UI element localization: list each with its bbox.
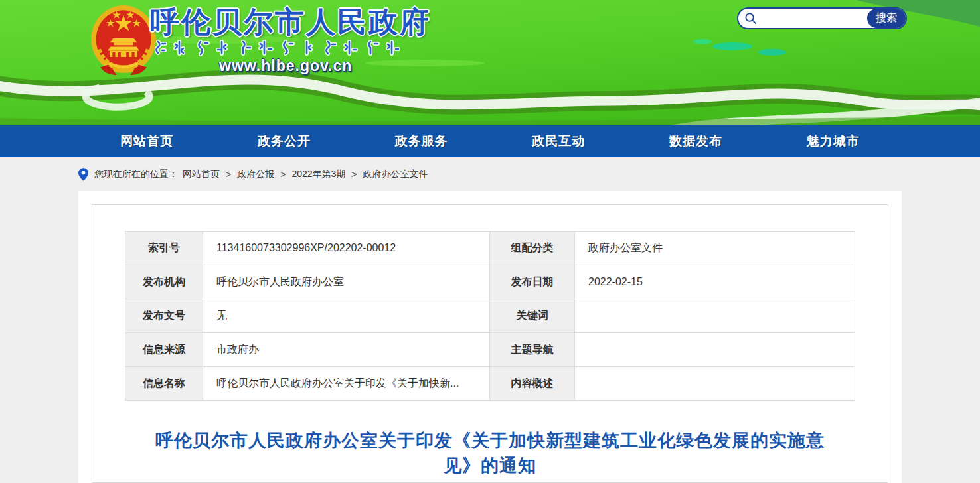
meta-label-keywords: 关键词 (490, 299, 575, 333)
meta-label-infoname: 信息名称 (125, 367, 203, 401)
location-pin-icon (78, 168, 88, 181)
site-url: www.hlbe.gov.cn (219, 57, 352, 75)
meta-value-docnumber: 无 (203, 299, 490, 333)
table-row: 信息来源 市政府办 主题导航 (125, 333, 855, 367)
breadcrumb-prefix: 您现在所在的位置： (94, 169, 178, 180)
breadcrumb-separator: > (350, 169, 358, 180)
meta-label-source: 信息来源 (125, 333, 203, 367)
content-card: 索引号 1134160073302996XP/202202-00012 组配分类… (78, 191, 902, 483)
breadcrumb-bar: 您现在所在的位置： 网站首页 > 政府公报 > 2022年第3期 > 政府办公室… (0, 157, 980, 191)
main-nav: 网站首页 政务公开 政务服务 政民互动 数据发布 魅力城市 (0, 125, 980, 157)
meta-value-pubdate: 2022-02-15 (575, 265, 855, 299)
meta-label-index: 索引号 (125, 232, 203, 265)
document-title: 呼伦贝尔市人民政府办公室关于印发《关于加快新型建筑工业化绿色发展的实施意见》的通… (145, 428, 835, 479)
table-row: 信息名称 呼伦贝尔市人民政府办公室关于印发《关于加快新... 内容概述 (125, 367, 855, 401)
meta-label-topicnav: 主题导航 (490, 333, 575, 367)
nav-item-city[interactable]: 魅力城市 (764, 125, 902, 157)
meta-value-topicnav (575, 333, 855, 367)
nav-item-home[interactable]: 网站首页 (78, 125, 216, 157)
breadcrumb-separator: > (279, 169, 287, 180)
breadcrumb-link-gazette[interactable]: 政府公报 (237, 169, 274, 180)
meta-label-summary: 内容概述 (490, 367, 575, 401)
meta-value-summary (575, 367, 855, 401)
nav-item-data[interactable]: 数据发布 (627, 125, 765, 157)
national-emblem-icon (89, 4, 158, 76)
meta-value-keywords (575, 299, 855, 333)
meta-value-index: 1134160073302996XP/202202-00012 (203, 232, 490, 265)
meta-value-source: 市政府办 (203, 333, 490, 367)
table-row: 发布机构 呼伦贝尔市人民政府办公室 发布日期 2022-02-15 (125, 265, 855, 299)
breadcrumb-separator: > (224, 169, 232, 180)
search-box: 搜索 (737, 7, 907, 29)
site-header: 呼伦贝尔市人民政府 www.hlbe.gov.cn (0, 0, 980, 125)
nav-item-services[interactable]: 政务服务 (353, 125, 490, 157)
meta-label-pubdate: 发布日期 (490, 265, 575, 299)
breadcrumb: 您现在所在的位置： 网站首页 > 政府公报 > 2022年第3期 > 政府办公室… (78, 157, 902, 191)
meta-value-category: 政府办公室文件 (575, 232, 855, 265)
table-row: 发布文号 无 关键词 (125, 299, 855, 333)
meta-value-infoname: 呼伦贝尔市人民政府办公室关于印发《关于加快新... (203, 367, 490, 401)
meta-label-docnumber: 发布文号 (125, 299, 203, 333)
meta-label-agency: 发布机构 (125, 265, 203, 299)
meta-label-category: 组配分类 (490, 232, 575, 265)
search-button[interactable]: 搜索 (867, 9, 906, 28)
site-title[interactable]: 呼伦贝尔市人民政府 (150, 3, 431, 42)
document-panel: 索引号 1134160073302996XP/202202-00012 组配分类… (92, 204, 888, 483)
mongolian-script-icon (153, 40, 400, 57)
meta-value-agency: 呼伦贝尔市人民政府办公室 (203, 265, 490, 299)
search-icon (744, 12, 757, 25)
table-row: 索引号 1134160073302996XP/202202-00012 组配分类… (125, 232, 855, 265)
breadcrumb-link-category[interactable]: 政府办公室文件 (363, 169, 428, 180)
breadcrumb-link-issue[interactable]: 2022年第3期 (291, 169, 345, 180)
nav-item-disclosure[interactable]: 政务公开 (216, 125, 353, 157)
breadcrumb-link-home[interactable]: 网站首页 (183, 169, 220, 180)
metadata-table: 索引号 1134160073302996XP/202202-00012 组配分类… (125, 231, 855, 401)
nav-item-interaction[interactable]: 政民互动 (490, 125, 627, 157)
search-input[interactable] (757, 9, 867, 28)
